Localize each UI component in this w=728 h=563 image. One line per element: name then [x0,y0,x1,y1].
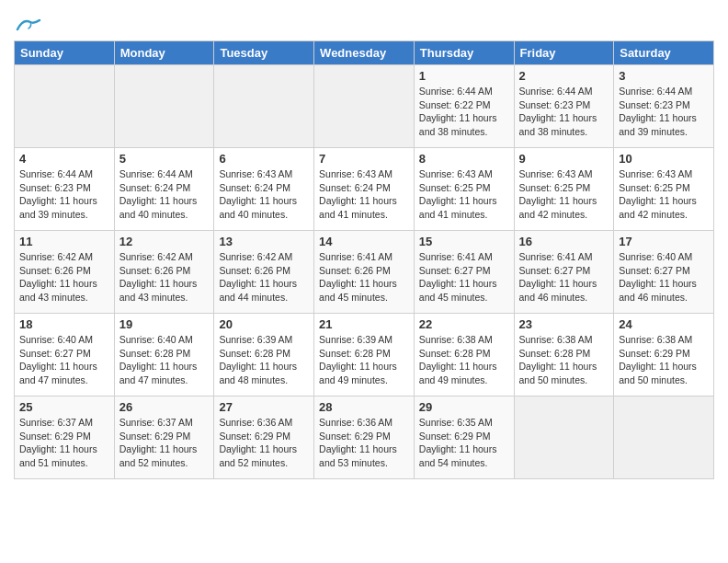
day-info: Sunrise: 6:42 AM Sunset: 6:26 PM Dayligh… [119,250,210,304]
calendar-cell: 28Sunrise: 6:36 AM Sunset: 6:29 PM Dayli… [314,396,415,479]
calendar-cell: 20Sunrise: 6:39 AM Sunset: 6:28 PM Dayli… [214,314,314,396]
day-number: 8 [419,152,509,166]
day-number: 5 [119,152,210,166]
day-number: 23 [519,317,609,331]
day-number: 4 [19,152,109,166]
calendar-day-header: Tuesday [214,41,314,65]
day-number: 15 [419,235,509,248]
calendar-cell: 24Sunrise: 6:38 AM Sunset: 6:29 PM Dayli… [614,314,714,396]
day-number: 18 [19,317,109,331]
day-number: 6 [219,152,309,166]
day-info: Sunrise: 6:40 AM Sunset: 6:27 PM Dayligh… [19,333,109,387]
day-info: Sunrise: 6:38 AM Sunset: 6:28 PM Dayligh… [519,333,609,387]
calendar-cell [15,65,115,148]
day-info: Sunrise: 6:39 AM Sunset: 6:28 PM Dayligh… [319,333,409,387]
day-number: 17 [619,235,709,248]
day-number: 21 [319,317,409,331]
calendar-day-header: Saturday [614,41,714,65]
calendar-week-row: 4Sunrise: 6:44 AM Sunset: 6:23 PM Daylig… [15,148,714,231]
calendar-cell: 27Sunrise: 6:36 AM Sunset: 6:29 PM Dayli… [214,396,314,479]
day-info: Sunrise: 6:43 AM Sunset: 6:25 PM Dayligh… [619,167,709,222]
day-number: 1 [419,69,509,83]
calendar-body: 1Sunrise: 6:44 AM Sunset: 6:22 PM Daylig… [15,65,714,479]
calendar-cell [614,396,714,479]
day-info: Sunrise: 6:44 AM Sunset: 6:24 PM Dayligh… [119,167,210,222]
day-info: Sunrise: 6:41 AM Sunset: 6:26 PM Dayligh… [319,250,409,304]
day-info: Sunrise: 6:44 AM Sunset: 6:23 PM Dayligh… [619,85,709,139]
calendar-cell: 22Sunrise: 6:38 AM Sunset: 6:28 PM Dayli… [414,314,514,396]
calendar-week-row: 1Sunrise: 6:44 AM Sunset: 6:22 PM Daylig… [15,65,714,148]
calendar-cell: 29Sunrise: 6:35 AM Sunset: 6:29 PM Dayli… [414,396,514,479]
calendar-week-row: 18Sunrise: 6:40 AM Sunset: 6:27 PM Dayli… [15,314,714,396]
calendar-day-header: Thursday [414,41,514,65]
day-info: Sunrise: 6:43 AM Sunset: 6:25 PM Dayligh… [419,167,509,222]
calendar-cell: 21Sunrise: 6:39 AM Sunset: 6:28 PM Dayli… [314,314,415,396]
calendar-week-row: 11Sunrise: 6:42 AM Sunset: 6:26 PM Dayli… [15,231,714,314]
day-info: Sunrise: 6:40 AM Sunset: 6:27 PM Dayligh… [619,250,709,304]
day-number: 2 [519,69,609,83]
day-info: Sunrise: 6:44 AM Sunset: 6:23 PM Dayligh… [19,167,109,222]
calendar-cell [114,65,214,148]
day-number: 20 [219,317,309,331]
day-info: Sunrise: 6:43 AM Sunset: 6:24 PM Dayligh… [219,167,309,222]
calendar-cell: 19Sunrise: 6:40 AM Sunset: 6:28 PM Dayli… [114,314,214,396]
calendar-cell: 4Sunrise: 6:44 AM Sunset: 6:23 PM Daylig… [15,148,115,231]
day-info: Sunrise: 6:38 AM Sunset: 6:28 PM Dayligh… [419,333,509,387]
day-number: 19 [119,317,210,331]
day-number: 3 [619,69,709,83]
day-number: 27 [219,400,309,414]
day-info: Sunrise: 6:39 AM Sunset: 6:28 PM Dayligh… [219,333,309,387]
calendar-cell: 7Sunrise: 6:43 AM Sunset: 6:24 PM Daylig… [314,148,415,231]
calendar-cell: 14Sunrise: 6:41 AM Sunset: 6:26 PM Dayli… [314,231,415,314]
day-number: 12 [119,235,210,248]
day-number: 11 [19,235,109,248]
calendar-cell: 17Sunrise: 6:40 AM Sunset: 6:27 PM Dayli… [614,231,714,314]
day-number: 14 [319,235,409,248]
day-info: Sunrise: 6:41 AM Sunset: 6:27 PM Dayligh… [419,250,509,304]
calendar-cell: 1Sunrise: 6:44 AM Sunset: 6:22 PM Daylig… [414,65,514,148]
calendar-cell: 16Sunrise: 6:41 AM Sunset: 6:27 PM Dayli… [514,231,614,314]
day-info: Sunrise: 6:40 AM Sunset: 6:28 PM Dayligh… [119,333,210,387]
day-number: 13 [219,235,309,248]
day-number: 25 [19,400,109,414]
calendar-cell: 6Sunrise: 6:43 AM Sunset: 6:24 PM Daylig… [214,148,314,231]
calendar-cell: 9Sunrise: 6:43 AM Sunset: 6:25 PM Daylig… [514,148,614,231]
calendar-cell: 10Sunrise: 6:43 AM Sunset: 6:25 PM Dayli… [614,148,714,231]
calendar-cell: 11Sunrise: 6:42 AM Sunset: 6:26 PM Dayli… [15,231,115,314]
day-number: 16 [519,235,609,248]
day-number: 26 [119,400,210,414]
calendar-header-row: SundayMondayTuesdayWednesdayThursdayFrid… [15,41,714,65]
calendar-day-header: Sunday [15,41,115,65]
day-info: Sunrise: 6:36 AM Sunset: 6:29 PM Dayligh… [319,416,409,470]
calendar-cell: 5Sunrise: 6:44 AM Sunset: 6:24 PM Daylig… [114,148,214,231]
day-info: Sunrise: 6:43 AM Sunset: 6:24 PM Dayligh… [319,167,409,222]
calendar-cell: 2Sunrise: 6:44 AM Sunset: 6:23 PM Daylig… [514,65,614,148]
page-header [14,9,714,35]
day-number: 24 [619,317,709,331]
day-number: 7 [319,152,409,166]
day-info: Sunrise: 6:36 AM Sunset: 6:29 PM Dayligh… [219,416,309,470]
calendar-cell [214,65,314,148]
calendar-cell: 13Sunrise: 6:42 AM Sunset: 6:26 PM Dayli… [214,231,314,314]
day-info: Sunrise: 6:38 AM Sunset: 6:29 PM Dayligh… [619,333,709,387]
calendar-cell: 26Sunrise: 6:37 AM Sunset: 6:29 PM Dayli… [114,396,214,479]
day-info: Sunrise: 6:43 AM Sunset: 6:25 PM Dayligh… [519,167,609,222]
day-info: Sunrise: 6:44 AM Sunset: 6:23 PM Dayligh… [519,85,609,139]
calendar-cell [314,65,415,148]
calendar-week-row: 25Sunrise: 6:37 AM Sunset: 6:29 PM Dayli… [15,396,714,479]
logo-bird-icon [16,17,41,35]
calendar-cell: 15Sunrise: 6:41 AM Sunset: 6:27 PM Dayli… [414,231,514,314]
day-number: 10 [619,152,709,166]
day-number: 29 [419,400,509,414]
calendar-cell: 12Sunrise: 6:42 AM Sunset: 6:26 PM Dayli… [114,231,214,314]
calendar-day-header: Friday [514,41,614,65]
day-info: Sunrise: 6:37 AM Sunset: 6:29 PM Dayligh… [19,416,109,470]
calendar-cell: 25Sunrise: 6:37 AM Sunset: 6:29 PM Dayli… [15,396,115,479]
day-info: Sunrise: 6:44 AM Sunset: 6:22 PM Dayligh… [419,85,509,139]
calendar-cell: 8Sunrise: 6:43 AM Sunset: 6:25 PM Daylig… [414,148,514,231]
day-number: 9 [519,152,609,166]
calendar-cell: 18Sunrise: 6:40 AM Sunset: 6:27 PM Dayli… [15,314,115,396]
calendar-day-header: Wednesday [314,41,415,65]
day-info: Sunrise: 6:42 AM Sunset: 6:26 PM Dayligh… [19,250,109,304]
day-info: Sunrise: 6:37 AM Sunset: 6:29 PM Dayligh… [119,416,210,470]
